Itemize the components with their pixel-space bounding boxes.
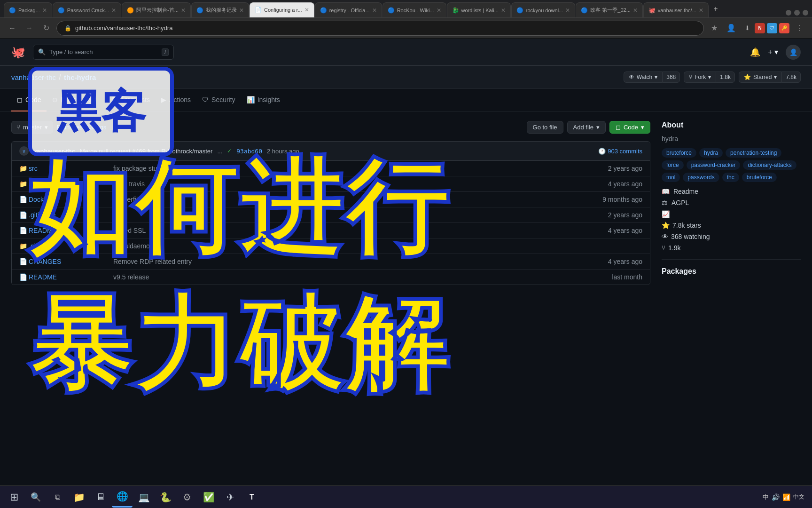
repo-owner-link[interactable]: vanhauser-thc bbox=[11, 73, 56, 81]
profile-icon[interactable]: 👤 bbox=[725, 22, 738, 35]
forward-button[interactable]: → bbox=[23, 22, 36, 35]
tags-link[interactable]: 13 tags bbox=[86, 124, 107, 131]
commit-author-link[interactable]: vanhauser-thc bbox=[33, 148, 75, 155]
tag-bruteforce[interactable]: bruteforce bbox=[662, 148, 696, 158]
search-taskbar-button[interactable]: 🔍 bbox=[25, 487, 46, 508]
add-file-button[interactable]: Add file ▾ bbox=[567, 121, 606, 134]
file-name-link[interactable]: .github bbox=[29, 242, 113, 250]
tab-packag[interactable]: 🔵 Packag... ✕ bbox=[4, 2, 52, 17]
tab-close-icon[interactable]: ✕ bbox=[565, 7, 570, 14]
url-bar[interactable]: 🔒 github.com/vanhauser-thc/thc-hydra bbox=[56, 21, 704, 36]
tab-password[interactable]: 🔵 Password Crack... ✕ bbox=[53, 2, 121, 17]
taskbar-check-icon[interactable]: ✅ bbox=[198, 487, 219, 508]
bell-icon[interactable]: 🔔 bbox=[750, 47, 760, 57]
taskbar-browser-icon[interactable]: 🌐 bbox=[112, 487, 133, 508]
tab-close-icon[interactable]: ✕ bbox=[239, 7, 244, 14]
tab-rockyou-dl[interactable]: 🔵 rockyou downl... ✕ bbox=[511, 2, 575, 17]
plus-icon[interactable]: + ▾ bbox=[768, 48, 778, 56]
reload-button[interactable]: ↻ bbox=[39, 22, 53, 35]
file-name-link[interactable]: README bbox=[29, 273, 113, 281]
file-name-link[interactable]: po bbox=[29, 180, 113, 188]
tab-wordlists[interactable]: 🐉 wordlists | Kali... ✕ bbox=[447, 2, 511, 17]
watch-button[interactable]: 👁 Watch ▾ bbox=[624, 71, 663, 83]
taskbar-telegram-icon[interactable]: ✈ bbox=[220, 487, 241, 508]
tag-passwords[interactable]: passwords bbox=[683, 173, 719, 182]
tab-vanhauser[interactable]: 🐙 vanhauser-thc/... ✕ bbox=[643, 2, 709, 17]
tab-close-icon[interactable]: ✕ bbox=[501, 7, 506, 14]
tab-actions[interactable]: ▶ Actions bbox=[156, 89, 196, 111]
go-to-file-button[interactable]: Go to file bbox=[527, 121, 563, 134]
tab-pullrequests[interactable]: ⑂ Pull requests bbox=[100, 89, 156, 111]
tag-thc[interactable]: thc bbox=[722, 173, 739, 182]
taskview-button[interactable]: ⧉ bbox=[47, 487, 68, 508]
new-tab-button[interactable]: + bbox=[709, 2, 722, 16]
close-button[interactable] bbox=[803, 10, 808, 16]
sidebar-readme-link[interactable]: 📖 Readme bbox=[662, 188, 801, 195]
lang-icon[interactable]: 中 bbox=[763, 493, 769, 501]
tab-close-icon[interactable]: ✕ bbox=[111, 7, 116, 14]
taskbar-vscode-icon[interactable]: 💻 bbox=[133, 487, 154, 508]
star-button[interactable]: ⭐ Starred ▾ bbox=[739, 71, 781, 83]
tab-close-icon[interactable]: ✕ bbox=[437, 7, 441, 14]
sidebar-license-link[interactable]: ⚖ AGPL bbox=[662, 199, 801, 206]
tab-service[interactable]: 🔵 我的服务记录 ✕ bbox=[191, 2, 249, 17]
star-count[interactable]: 7.8k bbox=[781, 71, 801, 83]
tab-close-icon[interactable]: ✕ bbox=[181, 7, 186, 14]
taskbar-terminal-icon[interactable]: 🖥 bbox=[90, 487, 111, 508]
commit-message[interactable]: Merge pull request #469 from R-Rothrock/… bbox=[80, 148, 213, 155]
tag-tool[interactable]: tool bbox=[662, 173, 680, 182]
network-icon[interactable]: 📶 bbox=[782, 493, 790, 501]
tab-registry[interactable]: 🔵 registry - Officia... ✕ bbox=[315, 2, 382, 17]
ext-1-icon[interactable]: N bbox=[755, 23, 765, 33]
branches-link[interactable]: Branches bbox=[57, 124, 83, 131]
tag-dictionary-attacks[interactable]: dictionary-attacks bbox=[743, 160, 796, 170]
tab-aliyun[interactable]: 🟠 阿里云控制台-首... ✕ bbox=[122, 2, 191, 17]
tag-penetration-testing[interactable]: penetration-testing bbox=[726, 148, 781, 158]
tab-close-icon[interactable]: ✕ bbox=[372, 7, 377, 14]
tab-rockyou-wiki[interactable]: 🔵 RocKou - Wiki... ✕ bbox=[383, 2, 446, 17]
github-logo-icon[interactable]: 🐙 bbox=[11, 46, 25, 59]
tab-close-icon[interactable]: ✕ bbox=[699, 7, 703, 14]
taskbar-python-icon[interactable]: 🐍 bbox=[155, 487, 176, 508]
gh-search-bar[interactable]: 🔍 Type / to search / bbox=[33, 45, 174, 60]
watching-stat[interactable]: 👁 368 watching bbox=[662, 233, 801, 240]
file-name-link[interactable]: CHANGES bbox=[29, 258, 113, 265]
commit-hash-link[interactable]: 93abd60 bbox=[236, 148, 262, 155]
branch-selector[interactable]: ⑂ master ▾ bbox=[11, 121, 53, 134]
tag-bruteforce-2[interactable]: bruteforce bbox=[742, 173, 777, 182]
tab-code[interactable]: ◻ Code bbox=[11, 89, 47, 111]
start-button[interactable]: ⊞ bbox=[4, 487, 24, 508]
tag-force[interactable]: force bbox=[662, 160, 684, 170]
file-name-link[interactable]: src bbox=[29, 165, 113, 172]
repo-name-link[interactable]: thc-hydra bbox=[64, 73, 96, 81]
bookmark-icon[interactable]: ★ bbox=[708, 22, 721, 35]
file-name-link[interactable]: Dockerfile bbox=[29, 196, 113, 203]
minimize-button[interactable] bbox=[786, 10, 791, 16]
tag-password-cracker[interactable]: password-cracker bbox=[687, 160, 741, 170]
tab-close-icon[interactable]: ✕ bbox=[633, 7, 638, 14]
code-dropdown-button[interactable]: ◻ Code ▾ bbox=[609, 121, 650, 134]
tab-close-icon[interactable]: ✕ bbox=[42, 7, 47, 14]
tag-hydra[interactable]: hydra bbox=[699, 148, 723, 158]
stars-stat[interactable]: ⭐ 7.8k stars bbox=[662, 222, 801, 229]
tab-configuring[interactable]: 📄 Configuring a r... ✕ bbox=[250, 2, 314, 17]
file-name-link[interactable]: README-SSL bbox=[29, 227, 113, 234]
ext-2-icon[interactable]: 🛡 bbox=[767, 23, 777, 33]
file-name-link[interactable]: .gitignore bbox=[29, 211, 113, 219]
volume-icon[interactable]: 🔊 bbox=[772, 493, 780, 501]
tab-close-icon[interactable]: ✕ bbox=[304, 7, 309, 13]
taskbar-text-icon[interactable]: T bbox=[242, 487, 262, 508]
taskbar-explorer-icon[interactable]: 📁 bbox=[69, 487, 89, 508]
user-avatar[interactable]: 👤 bbox=[786, 45, 801, 60]
back-button[interactable]: ← bbox=[6, 22, 19, 35]
commits-total-link[interactable]: 🕐 903 commits bbox=[598, 148, 642, 155]
tab-politician[interactable]: 🔵 政客 第一季_02... ✕ bbox=[576, 2, 643, 17]
fork-count[interactable]: 1.8k bbox=[716, 71, 735, 83]
tab-issues[interactable]: ⊙ Issues 36 bbox=[47, 89, 100, 111]
tab-security[interactable]: 🛡 Security bbox=[196, 89, 241, 111]
more-options-icon[interactable]: ⋮ bbox=[793, 22, 806, 35]
fork-button[interactable]: ⑂ Fork ▾ bbox=[684, 71, 716, 83]
watch-count[interactable]: 368 bbox=[662, 71, 680, 83]
tab-insights[interactable]: 📊 Insights bbox=[241, 89, 286, 111]
taskbar-settings-icon[interactable]: ⚙ bbox=[177, 487, 197, 508]
